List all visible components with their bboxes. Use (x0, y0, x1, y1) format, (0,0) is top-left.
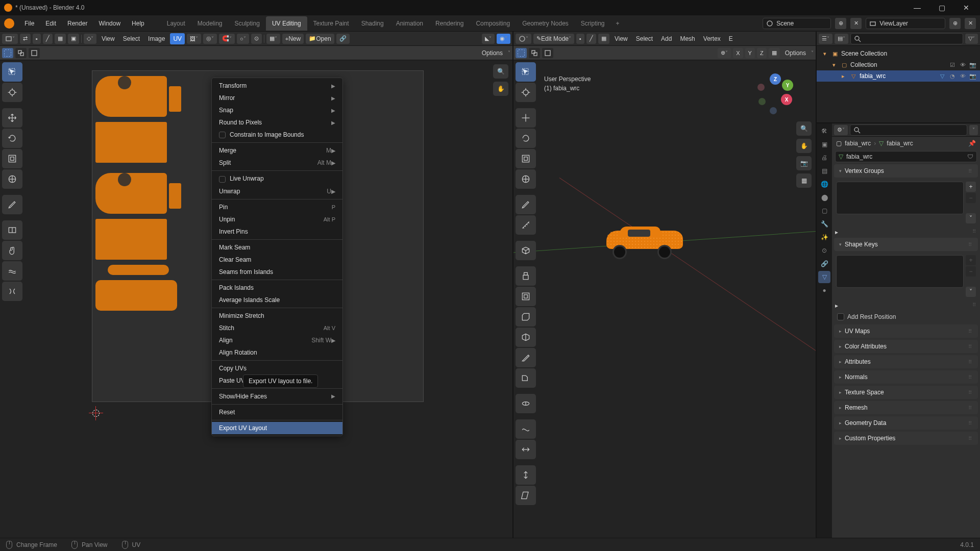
vp-face-mode[interactable]: ▦ (598, 34, 609, 44)
vp-cursor-tool[interactable] (516, 83, 536, 102)
outliner-filter[interactable]: ▽˅ (965, 34, 978, 44)
vp-polybuild-tool[interactable] (516, 368, 536, 388)
props-options[interactable]: ˅ (969, 125, 978, 135)
vg-play-icon[interactable]: ▸ (835, 229, 838, 236)
vp-shrink-tool[interactable] (516, 465, 536, 485)
vp-xyz-y[interactable]: Y (745, 48, 755, 58)
annotate-tool[interactable] (2, 195, 22, 214)
prop-tab-scene[interactable]: 🌐 (818, 178, 830, 190)
bc-mesh-name[interactable]: fabia_wrc (887, 140, 913, 147)
vp-extrude-tool[interactable] (516, 266, 536, 286)
viewport-canvas[interactable]: User Perspective (1) fabia_wrc Z Y X 🔍 ✋… (513, 60, 816, 538)
vg-add-button[interactable]: + (966, 182, 976, 192)
vp-smooth-tool[interactable] (516, 419, 536, 439)
vp-add-cube-tool[interactable] (516, 241, 536, 260)
rotate-tool[interactable] (2, 129, 22, 148)
gizmo-x-axis[interactable]: X (781, 94, 792, 105)
vp-edge-mode[interactable]: ╱ (586, 34, 596, 44)
outliner-search[interactable] (850, 33, 963, 44)
props-search[interactable] (850, 124, 967, 136)
vp-mirror[interactable]: ▦ (769, 48, 780, 58)
hide-viewport-icon[interactable]: 👁 (959, 62, 967, 68)
prop-tab-viewlayer[interactable]: ▤ (818, 165, 830, 177)
relax-tool[interactable] (2, 261, 22, 281)
pan-button[interactable]: ✋ (493, 82, 508, 96)
panel-color-attributes[interactable]: ▸Color Attributes⠿ (834, 340, 978, 353)
obj-hide-icon[interactable]: 👁 (959, 73, 967, 80)
vp-menu-add[interactable]: Add (658, 33, 675, 44)
menu-mark-seam[interactable]: Mark Seam (212, 241, 342, 254)
uv-face-mode[interactable]: ▦ (55, 34, 66, 44)
vp-rotate-tool[interactable] (516, 129, 536, 148)
exclude-checkbox[interactable]: ☑ (948, 62, 957, 68)
scale-tool[interactable] (2, 149, 22, 168)
tree-object[interactable]: ▸ ▽ fabia_wrc ▽◔👁📷 (817, 70, 980, 82)
panel-custom-properties[interactable]: ▸Custom Properties⠿ (834, 432, 978, 445)
tab-texture-paint[interactable]: Texture Paint (307, 16, 355, 31)
scene-delete-button[interactable]: ✕ (850, 18, 862, 29)
scene-new-button[interactable]: ⊕ (835, 18, 846, 29)
sk-remove-button[interactable]: − (966, 266, 976, 277)
menu-help[interactable]: Help (127, 17, 150, 30)
vp-spin-tool[interactable] (516, 394, 536, 413)
menu-clear-seam[interactable]: Clear Seam (212, 254, 342, 266)
tab-geometry-nodes[interactable]: Geometry Nodes (516, 16, 575, 31)
vp-zoom-button[interactable]: 🔍 (796, 121, 812, 136)
viewport-mesh-object[interactable] (600, 223, 692, 259)
menu-align-rotation[interactable]: Align Rotation (212, 346, 342, 359)
panel-normals[interactable]: ▸Normals⠿ (834, 370, 978, 384)
menu-edit[interactable]: Edit (40, 17, 61, 30)
vp-inset-tool[interactable] (516, 287, 536, 306)
panel-remesh[interactable]: ▸Remesh⠿ (834, 401, 978, 414)
vp-bevel-tool[interactable] (516, 307, 536, 327)
vp-annotate-tool[interactable] (516, 195, 536, 214)
editor-type-button[interactable]: ˅ (2, 34, 18, 44)
rip-tool[interactable] (2, 220, 22, 240)
menu-invert-pins[interactable]: Invert Pins (212, 226, 342, 238)
mesh-name-field[interactable]: ▽ fabia_wrc 🛡 (835, 151, 977, 162)
uv-image-selector[interactable]: 🖼˅ (187, 34, 201, 44)
prop-tab-tool[interactable]: 🛠 (818, 125, 830, 137)
vp-select-box-mode[interactable] (516, 48, 527, 58)
vp-menu-select[interactable]: Select (633, 33, 656, 44)
obj-disclosure-icon[interactable]: ▸ (839, 72, 847, 80)
tab-animation[interactable]: Animation (390, 16, 429, 31)
tab-scripting[interactable]: Scripting (575, 16, 611, 31)
prop-tab-world[interactable]: ⬤ (818, 191, 830, 204)
uv-sync-button[interactable]: ⇄ (20, 34, 31, 44)
vp-select-tool[interactable] (516, 62, 536, 82)
menu-render[interactable]: Render (62, 17, 92, 30)
tree-scene-collection[interactable]: ▾ ▣ Scene Collection (817, 48, 980, 59)
sk-menu-button[interactable]: ˅ (966, 287, 976, 297)
vp-menu-edge[interactable]: E (726, 33, 736, 44)
menu-stitch[interactable]: StitchAlt V (212, 322, 342, 334)
add-rest-position-row[interactable]: Add Rest Position (832, 310, 980, 323)
prop-tab-object[interactable]: ▢ (818, 205, 830, 217)
maximize-button[interactable]: ▢ (930, 0, 953, 15)
vg-menu-button[interactable]: ˅ (966, 213, 976, 223)
panel-texture-space[interactable]: ▸Texture Space⠿ (834, 386, 978, 399)
prop-tab-modifiers[interactable]: 🔧 (818, 218, 830, 230)
vp-menu-vertex[interactable]: Vertex (700, 33, 724, 44)
vp-menu-mesh[interactable]: Mesh (677, 33, 698, 44)
tab-rendering[interactable]: Rendering (429, 16, 470, 31)
close-button[interactable]: ✕ (954, 0, 978, 15)
uv-island-mode[interactable]: ▣ (68, 34, 79, 44)
uv-active-button[interactable]: ⊙ (251, 34, 262, 44)
vp-options-menu[interactable]: Options (782, 47, 809, 59)
bc-pin-icon[interactable]: 📌 (968, 140, 976, 147)
prop-tab-physics[interactable]: ⊙ (818, 244, 830, 257)
uv-editor-canvas[interactable]: 🔍 ✋ (0, 60, 512, 538)
menu-window[interactable]: Window (93, 17, 126, 30)
prop-tab-render[interactable]: ▣ (818, 138, 830, 151)
prop-tab-output[interactable]: 🖨 (818, 152, 830, 164)
vp-slide-tool[interactable] (516, 440, 536, 459)
tree-collection[interactable]: ▾ ▢ Collection ☑👁📷 (817, 59, 980, 70)
vp-menu-view[interactable]: View (611, 33, 631, 44)
menu-file[interactable]: File (19, 17, 39, 30)
viewlayer-selector[interactable]: ViewLayer (866, 18, 945, 29)
menu-copy-uvs[interactable]: Copy UVs (212, 362, 342, 374)
select-box-mode[interactable] (2, 48, 13, 58)
menu-export-uv-layout[interactable]: Export UV Layout (212, 422, 342, 434)
viewlayer-new-button[interactable]: ⊕ (949, 18, 961, 29)
